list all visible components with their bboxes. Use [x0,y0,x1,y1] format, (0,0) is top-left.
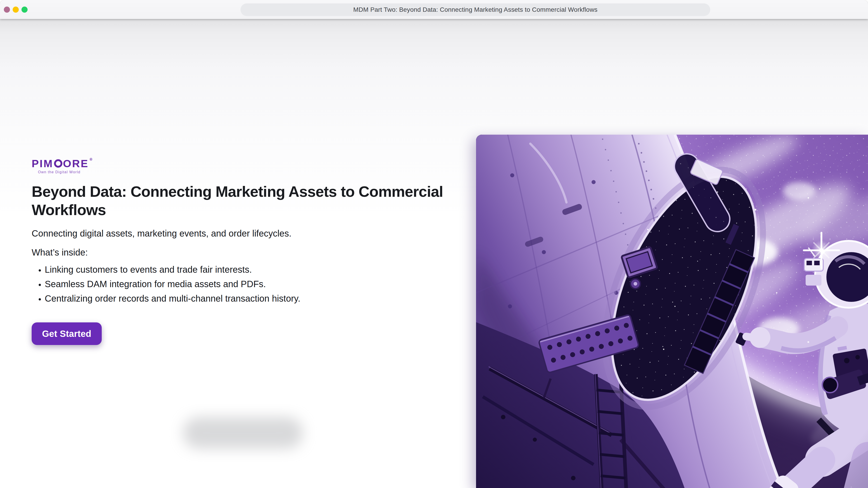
page-title: Beyond Data: Connecting Marketing Assets… [32,182,479,219]
pimcore-logo-wordmark: PIMORE® [32,158,479,169]
logo-text-pre: PIM [32,158,53,169]
canvas: MDM Part Two: Beyond Data: Connecting Ma… [0,0,868,488]
list-item: Centralizing order records and multi-cha… [45,293,479,304]
vignette-overlay [476,135,868,488]
hero-astronaut-image [476,135,868,488]
minimize-window-button[interactable] [13,6,19,13]
page-background: PIMORE® Own the Digital World Beyond Dat… [0,19,868,488]
feature-list: Linking customers to events and trade fa… [32,264,479,304]
pimcore-ring-icon [54,159,62,168]
logo-tagline: Own the Digital World [38,170,479,174]
browser-tab[interactable]: MDM Part Two: Beyond Data: Connecting Ma… [241,3,710,16]
logo-text-post: ORE [63,158,89,169]
pimcore-logo[interactable]: PIMORE® Own the Digital World [32,158,479,174]
intro-text: Connecting digital assets, marketing eve… [32,228,479,239]
registered-mark: ® [90,158,93,161]
blurred-placeholder [183,417,303,449]
list-item: Seamless DAM integration for media asset… [45,279,479,289]
get-started-button[interactable]: Get Started [32,322,102,345]
zoom-window-button[interactable] [22,6,28,13]
browser-toolbar: MDM Part Two: Beyond Data: Connecting Ma… [0,0,868,19]
whats-inside-label: What’s inside: [32,247,479,258]
list-item: Linking customers to events and trade fa… [45,264,479,275]
tab-title: MDM Part Two: Beyond Data: Connecting Ma… [353,6,598,13]
content-column: PIMORE® Own the Digital World Beyond Dat… [32,158,479,345]
close-window-button[interactable] [4,6,10,13]
